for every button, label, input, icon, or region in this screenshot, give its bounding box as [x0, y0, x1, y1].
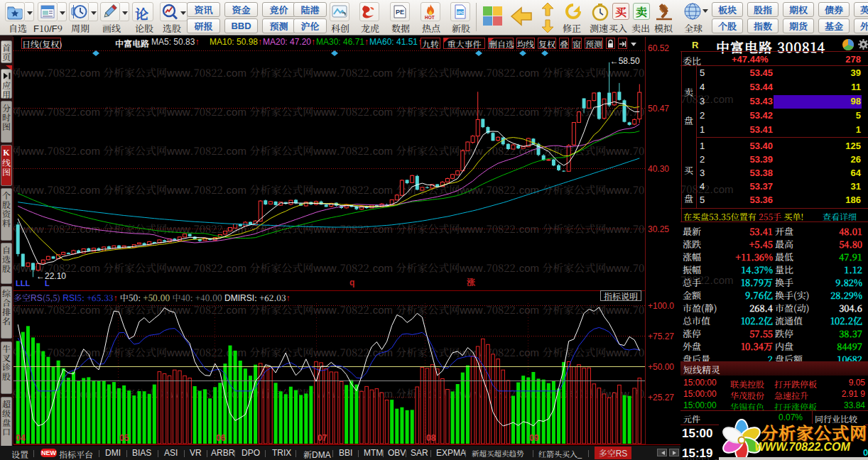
svg-text:涨: 涨: [466, 275, 475, 288]
svg-text:分析家公式网www.70822.com 分析家公式网www.: 分析家公式网www.70822.com 分析家公式网www.70822.com …: [13, 221, 645, 236]
svg-text:08: 08: [426, 433, 436, 443]
svg-text:分析家公式网www.70822.com 分析家公式网www.: 分析家公式网www.70822.com 分析家公式网www.70822.com …: [13, 302, 645, 317]
svg-text:分析家公式网www.70822.com 分析家公式网www.: 分析家公式网www.70822.com 分析家公式网www.70822.com …: [13, 104, 645, 119]
svg-text:←22.10: ←22.10: [36, 271, 66, 281]
svg-text:PE: PE: [396, 9, 404, 16]
svg-text:←58.50: ←58.50: [610, 56, 640, 66]
svg-text:分析家公式网www.70822.com 分析家公式网www.: 分析家公式网www.70822.com 分析家公式网www.70822.com …: [13, 260, 645, 275]
svg-text:06: 06: [216, 433, 226, 443]
svg-text:分析家公式网www.70822.com 分析家公式网www.: 分析家公式网www.70822.com 分析家公式网www.70822.com …: [13, 65, 645, 80]
svg-text:07: 07: [318, 433, 327, 443]
svg-text:分析家公式网www.70822.com 分析家公式网www.: 分析家公式网www.70822.com 分析家公式网www.70822.com …: [13, 143, 645, 158]
svg-text:分析家公式网www.70822.com 分析家公式网www.: 分析家公式网www.70822.com 分析家公式网www.70822.com …: [13, 182, 645, 197]
svg-text:05: 05: [119, 433, 129, 443]
svg-text:04: 04: [16, 433, 26, 443]
svg-text:IPO: IPO: [457, 11, 465, 15]
svg-text:HOT: HOT: [425, 15, 435, 20]
svg-text:09: 09: [529, 433, 539, 443]
svg-text:LLL: LLL: [16, 279, 30, 288]
svg-text:L: L: [45, 279, 50, 288]
svg-text:q: q: [349, 275, 354, 288]
